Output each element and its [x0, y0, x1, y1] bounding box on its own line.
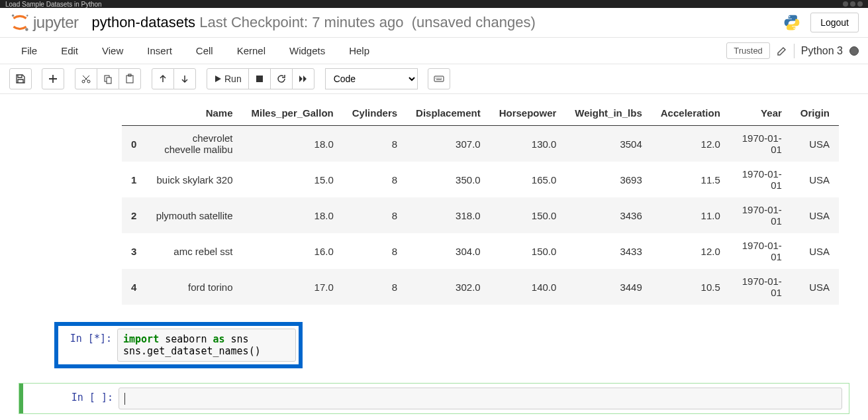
table-row: 2plymouth satellite18.08318.0150.0343611… [122, 197, 839, 233]
column-header: Displacement [407, 101, 490, 126]
notebook-area: NameMiles_per_GallonCylindersDisplacemen… [0, 94, 868, 420]
move-down-button[interactable] [173, 68, 196, 89]
column-header: Name [146, 101, 242, 126]
cell-prompt: In [ ]: [19, 388, 119, 409]
copy-button[interactable] [97, 68, 119, 89]
restart-button[interactable] [270, 68, 293, 89]
menu-kernel[interactable]: Kernel [225, 40, 277, 62]
add-cell-button[interactable] [42, 68, 64, 89]
code-input[interactable] [119, 388, 842, 409]
table-cell: 150.0 [490, 233, 566, 269]
notebook-name: python-datasets [92, 14, 196, 30]
divider [794, 44, 795, 58]
svg-point-1 [25, 28, 28, 30]
table-cell: USA [791, 269, 839, 305]
paste-button[interactable] [119, 68, 141, 89]
table-cell: 15.0 [242, 162, 343, 197]
kernel-name[interactable]: Python 3 [801, 45, 843, 57]
scissors-icon [81, 74, 91, 84]
browser-tab-title: Load Sample Datasets in Python [5, 1, 102, 8]
trusted-indicator[interactable]: Trusted [726, 42, 770, 59]
svg-point-2 [26, 15, 28, 17]
table-cell: 8 [343, 269, 407, 305]
notebook-title[interactable]: python-datasets Last Checkpoint: 7 minut… [92, 14, 536, 31]
table-cell: USA [791, 233, 839, 269]
restart-icon [276, 74, 287, 84]
cell-type-select[interactable]: Code [325, 68, 418, 89]
maximize-icon[interactable] [850, 1, 855, 7]
browser-tab-bar: Load Sample Datasets in Python [0, 0, 868, 8]
table-cell: 12.0 [651, 233, 730, 269]
toolbar: Run Code [0, 64, 868, 94]
menu-cell[interactable]: Cell [184, 40, 225, 62]
menu-file[interactable]: File [9, 40, 49, 62]
menu-insert[interactable]: Insert [135, 40, 184, 62]
restart-run-all-button[interactable] [292, 68, 314, 89]
code-input[interactable]: import seaborn as sns sns.get_dataset_na… [117, 329, 296, 362]
svg-point-4 [794, 28, 795, 29]
table-cell: 140.0 [490, 269, 566, 305]
table-cell: plymouth satellite [146, 197, 242, 233]
menu-view[interactable]: View [90, 40, 135, 62]
checkpoint-text: Last Checkpoint: 7 minutes ago (unsaved … [199, 14, 536, 30]
menubar: FileEditViewInsertCellKernelWidgetsHelp … [0, 38, 868, 64]
svg-point-3 [789, 16, 791, 17]
table-cell: 3449 [565, 269, 651, 305]
run-button[interactable]: Run [207, 68, 249, 89]
table-cell: USA [791, 162, 839, 197]
command-palette-button[interactable] [428, 68, 450, 89]
edit-icon[interactable] [777, 46, 787, 56]
table-cell: 8 [343, 233, 407, 269]
dataframe-output: NameMiles_per_GallonCylindersDisplacemen… [122, 101, 839, 305]
table-cell: 17.0 [242, 269, 343, 305]
interrupt-button[interactable] [248, 68, 271, 89]
minimize-icon[interactable] [843, 1, 848, 7]
table-cell: 318.0 [407, 197, 490, 233]
column-header: Origin [791, 101, 839, 126]
kernel-status-icon [849, 46, 859, 56]
arrow-down-icon [179, 74, 190, 84]
table-cell: 150.0 [490, 197, 566, 233]
cut-button[interactable] [75, 68, 97, 89]
svg-point-0 [12, 15, 15, 17]
table-cell: USA [791, 197, 839, 233]
column-header: Miles_per_Gallon [242, 101, 343, 126]
table-cell: 11.0 [651, 197, 730, 233]
fast-forward-icon [298, 74, 309, 84]
logout-button[interactable]: Logout [810, 13, 859, 32]
table-row: 4ford torino17.08302.0140.0344910.51970-… [122, 269, 839, 305]
table-cell: 1970-01-01 [730, 269, 791, 305]
play-icon [214, 75, 222, 83]
menu-widgets[interactable]: Widgets [277, 40, 337, 62]
table-cell: USA [791, 126, 839, 162]
table-cell: buick skylark 320 [146, 162, 242, 197]
menu-edit[interactable]: Edit [49, 40, 90, 62]
browser-window-controls [843, 1, 863, 7]
column-header: Year [730, 101, 791, 126]
code-cell-selected[interactable]: In [ ]: [19, 383, 849, 414]
move-up-button[interactable] [152, 68, 174, 89]
table-cell: 18.0 [242, 126, 343, 162]
jupyter-logo-text: jupyter [33, 13, 79, 32]
menu-help[interactable]: Help [337, 40, 381, 62]
table-cell: 302.0 [407, 269, 490, 305]
python-icon [783, 13, 801, 32]
keyboard-icon [434, 74, 444, 84]
code-cell-running[interactable]: In [*]: import seaborn as sns sns.get_da… [54, 322, 303, 368]
table-cell: 304.0 [407, 233, 490, 269]
jupyter-logo[interactable]: jupyter [9, 12, 79, 33]
table-row: 1buick skylark 32015.08350.0165.0369311.… [122, 162, 839, 197]
table-cell: 16.0 [242, 233, 343, 269]
table-cell: 1970-01-01 [730, 162, 791, 197]
table-cell: 350.0 [407, 162, 490, 197]
table-cell: 18.0 [242, 197, 343, 233]
column-header: Acceleration [651, 101, 730, 126]
svg-rect-9 [126, 76, 133, 83]
table-cell: 1970-01-01 [730, 126, 791, 162]
close-icon[interactable] [857, 1, 863, 7]
table-cell: 10.5 [651, 269, 730, 305]
save-button[interactable] [9, 68, 32, 89]
plus-icon [48, 74, 58, 84]
table-cell: 3433 [565, 233, 651, 269]
svg-rect-11 [256, 76, 263, 82]
